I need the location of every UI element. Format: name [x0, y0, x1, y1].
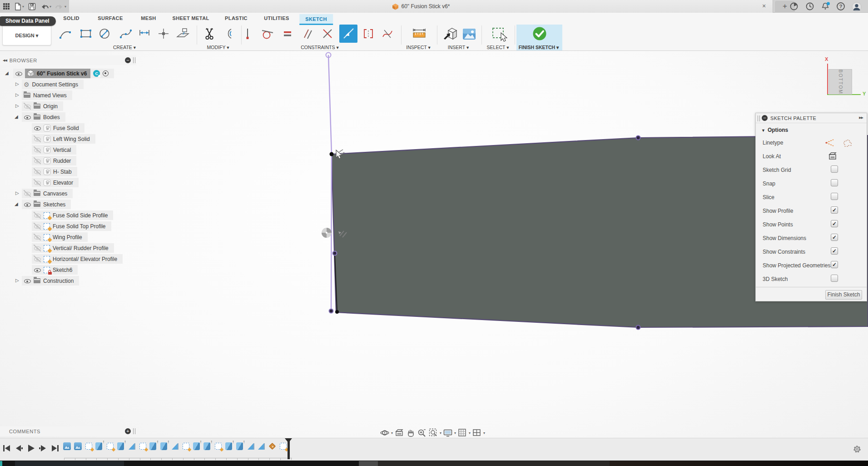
- group-label-insert[interactable]: INSERT ▾: [448, 45, 469, 50]
- timeline-mirror-icon[interactable]: [128, 442, 136, 450]
- browser-row[interactable]: Fuse Solid: [32, 123, 84, 133]
- show-projected-geometries-checkbox[interactable]: [831, 261, 838, 268]
- parallel-icon[interactable]: [300, 26, 315, 41]
- avatar[interactable]: [851, 1, 861, 11]
- timeline-sketch-icon[interactable]: [279, 442, 287, 450]
- project-icon[interactable]: [175, 26, 190, 41]
- sketch-grid-checkbox[interactable]: [831, 165, 838, 173]
- browser-row[interactable]: H- Stab: [32, 167, 77, 176]
- midpoint-icon[interactable]: [361, 26, 376, 41]
- browser-item-label[interactable]: Vertical: [53, 147, 71, 153]
- finish-sketch-check-icon[interactable]: [531, 25, 546, 40]
- panel-drag-handle[interactable]: [758, 115, 760, 121]
- browser-item-label[interactable]: Fuse Solid Side Profile: [53, 212, 108, 219]
- browser-header[interactable]: ◀◀ BROWSER −: [0, 55, 136, 65]
- show-points-checkbox[interactable]: [831, 220, 838, 227]
- browser-item-label[interactable]: Named Views: [33, 92, 67, 99]
- browser-item-label[interactable]: Fuse Solid Top Profile: [53, 223, 106, 230]
- point-icon[interactable]: [156, 26, 171, 41]
- browser-item-label[interactable]: Document Settings: [32, 81, 78, 88]
- projected-linetype-icon[interactable]: [842, 138, 852, 149]
- rectangle-icon[interactable]: [79, 26, 93, 41]
- tab-utilities[interactable]: UTILITIES: [264, 15, 289, 21]
- look-at-icon[interactable]: [394, 428, 404, 438]
- timeline-sketch-icon[interactable]: [182, 442, 190, 450]
- browser-row[interactable]: Sketch6: [32, 265, 78, 275]
- trim-scissors-icon[interactable]: [202, 26, 217, 41]
- expand-arrow-icon[interactable]: [15, 81, 19, 86]
- browser-row[interactable]: Fuse Solid Side Profile: [32, 210, 113, 220]
- play-icon[interactable]: [26, 444, 35, 453]
- visibility-off-icon[interactable]: [34, 212, 41, 219]
- job-status-icon[interactable]: [805, 1, 815, 11]
- timeline-extrude-icon[interactable]: [95, 442, 103, 450]
- timeline-mirror-icon[interactable]: [258, 442, 265, 450]
- expand-arrow-icon[interactable]: [15, 278, 19, 283]
- timeline-extrude-icon[interactable]: [160, 442, 168, 450]
- chevron-down-icon[interactable]: ▾: [454, 431, 456, 435]
- timeline-extrude-icon[interactable]: [149, 442, 157, 450]
- timeline-mirror-icon[interactable]: [171, 442, 179, 450]
- visibility-on-icon[interactable]: [24, 201, 31, 208]
- browser-row[interactable]: Sketches: [22, 200, 71, 209]
- browser-item-label[interactable]: H- Stab: [53, 169, 72, 175]
- insert-derive-icon[interactable]: [442, 26, 457, 41]
- equal-icon[interactable]: [280, 26, 295, 41]
- group-label-finish-sketch[interactable]: FINISH SKETCH ▾: [519, 45, 559, 50]
- snap-checkbox[interactable]: [831, 179, 838, 186]
- viewcube[interactable]: BOTTOM: [828, 69, 852, 95]
- undo-icon[interactable]: ▾: [39, 1, 52, 12]
- timeline-extrude-icon[interactable]: [225, 442, 233, 450]
- group-label-inspect[interactable]: INSPECT ▾: [406, 45, 431, 50]
- cloud-status-badge[interactable]: C: [93, 70, 100, 77]
- browser-item-label[interactable]: 60" Fusion Stick v6: [37, 70, 87, 77]
- browser-item-label[interactable]: Sketches: [43, 201, 65, 208]
- browser-item-label[interactable]: Origin: [43, 103, 58, 110]
- horizontal-vertical-icon[interactable]: [240, 26, 255, 41]
- curvature-icon[interactable]: [380, 26, 395, 41]
- slice-checkbox[interactable]: [831, 193, 838, 200]
- show-constraints-checkbox[interactable]: [831, 247, 838, 255]
- pan-icon[interactable]: [406, 428, 416, 438]
- browser-item-label[interactable]: Fuse Solid: [53, 125, 79, 131]
- visibility-off-icon[interactable]: [34, 245, 41, 251]
- timeline-sketch-icon[interactable]: [214, 442, 222, 450]
- timeline-position-marker[interactable]: [288, 439, 290, 459]
- browser-row[interactable]: Canvases: [22, 189, 73, 198]
- timeline-extrude-icon[interactable]: [203, 442, 211, 450]
- browser-row[interactable]: Elevator: [32, 178, 79, 187]
- app-grid-icon[interactable]: [2, 1, 11, 12]
- timeline-settings-gear-icon[interactable]: [853, 445, 862, 456]
- group-label-select[interactable]: SELECT ▾: [487, 45, 509, 50]
- group-label-constraints[interactable]: CONSTRAINTS ▾: [301, 45, 338, 50]
- visibility-off-icon[interactable]: [34, 256, 41, 262]
- viewports-icon[interactable]: [472, 428, 482, 438]
- panel-drag-handle[interactable]: [133, 57, 135, 63]
- comments-header[interactable]: COMMENTS +: [0, 426, 136, 436]
- browser-row-root[interactable]: 60" Fusion Stick v6 C: [13, 69, 114, 78]
- tab-sheet-metal[interactable]: SHEET METAL: [172, 15, 209, 21]
- step-forward-icon[interactable]: [39, 444, 48, 453]
- tangent-icon[interactable]: [260, 26, 275, 41]
- construction-linetype-icon[interactable]: [825, 138, 835, 149]
- collapse-panel-icon[interactable]: ◀◀: [3, 59, 7, 62]
- activate-component-icon[interactable]: [103, 70, 109, 76]
- display-settings-icon[interactable]: [443, 428, 453, 438]
- close-icon[interactable]: ×: [760, 2, 768, 10]
- orbit-icon[interactable]: [380, 428, 390, 438]
- timeline-sketch-icon[interactable]: [85, 442, 93, 450]
- coincident-icon-active[interactable]: [341, 26, 356, 41]
- step-back-icon[interactable]: [14, 444, 23, 453]
- root-component[interactable]: 60" Fusion Stick v6: [25, 69, 90, 78]
- show-profile-checkbox[interactable]: [831, 206, 838, 214]
- spline-icon[interactable]: [119, 26, 133, 41]
- look-at-icon[interactable]: [828, 151, 838, 163]
- visibility-off-icon[interactable]: [24, 103, 31, 110]
- group-label-modify[interactable]: MODIFY ▾: [207, 45, 229, 50]
- chevron-down-icon[interactable]: ▾: [469, 431, 471, 435]
- group-label-create[interactable]: CREATE ▾: [113, 45, 136, 50]
- browser-row[interactable]: Named Views: [22, 90, 72, 100]
- select-window-icon[interactable]: [491, 26, 506, 41]
- browser-row[interactable]: Vertical/ Rudder Profile: [32, 243, 114, 253]
- zoom-icon[interactable]: [417, 428, 427, 438]
